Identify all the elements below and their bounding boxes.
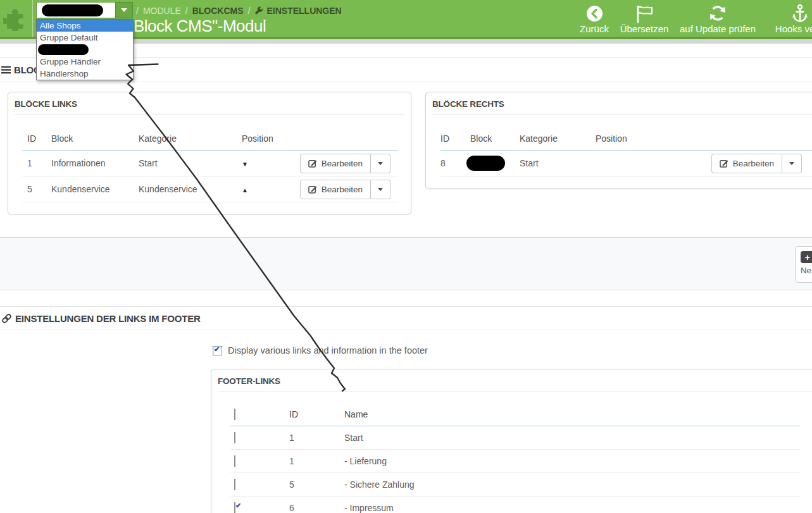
new-block-button[interactable]: + Ne	[795, 246, 812, 283]
shop-option[interactable]: Gruppe Default	[37, 32, 133, 44]
footer-links-title: FOOTER-LINKS	[218, 376, 812, 386]
shop-option[interactable]: Gruppe Händler	[37, 56, 133, 68]
flag-icon	[615, 4, 673, 23]
shop-option[interactable]	[37, 44, 133, 56]
blockcms-settings-page: { "brand": { "header_green": "#7abb4f", …	[0, 0, 812, 513]
display-footer-links-setting: Display various links and information in…	[213, 345, 428, 355]
manage-hooks-button-label: Hooks verw	[762, 23, 812, 34]
table-row: 1 Start	[230, 426, 800, 450]
breadcrumb-separator: /	[185, 6, 188, 16]
breadcrumb-module[interactable]: MODULE	[143, 6, 181, 16]
cell-id: 5	[22, 184, 51, 194]
edit-button-label: Bearbeiten	[322, 185, 363, 194]
edit-dropdown-toggle[interactable]	[371, 154, 390, 173]
blocks-right-panel: BLÖCKE RECHTS ID Block Kategorie Positio…	[425, 92, 812, 189]
column-header-position: Position	[227, 133, 287, 144]
table-header-row: ID Block Kategorie Position	[22, 127, 398, 151]
cell-block: Kundenservice	[51, 184, 139, 194]
edit-button[interactable]: Bearbeiten	[300, 154, 371, 173]
shop-option[interactable]: Händlershop	[37, 68, 133, 80]
row-checkbox[interactable]	[234, 502, 235, 513]
table-header-row: ID Block Kategorie Position	[440, 127, 812, 151]
column-header-block: Block	[51, 133, 139, 144]
footer-links-table: ID Name 1 Start 1 - Lieferung	[230, 402, 800, 513]
breadcrumb-blockcms[interactable]: BLOCKCMS	[192, 6, 244, 16]
list-icon	[1, 66, 11, 74]
column-header-kategorie: Kategorie	[139, 133, 227, 144]
table-row: 1 Informationen Start ▼ Bearbeiten	[22, 151, 398, 176]
shop-option-label: Händlershop	[40, 69, 89, 78]
blocks-right-rows: 8 Start Bearbeiten	[440, 151, 812, 176]
cell-kategorie: Start	[520, 158, 596, 168]
pencil-icon	[720, 159, 728, 168]
blocks-left-title: BLÖCKE LINKS	[15, 99, 411, 109]
blocks-left-rows: 1 Informationen Start ▼ Bearbeiten	[22, 151, 398, 202]
refresh-icon	[676, 4, 759, 23]
back-icon	[571, 4, 618, 23]
row-checkbox[interactable]	[234, 455, 235, 467]
position-sort-arrow[interactable]: ▼	[227, 158, 287, 168]
shop-selector-menu: Alle Shops Gruppe Default Gruppe Händler…	[36, 19, 134, 80]
table-header-row: ID Name	[230, 402, 800, 426]
column-header-id: ID	[289, 409, 344, 419]
breadcrumb-separator: /	[248, 6, 251, 16]
edit-button-group: Bearbeiten	[300, 154, 390, 173]
column-header-position: Position	[596, 133, 659, 144]
panel-divider	[15, 114, 404, 115]
display-footer-links-checkbox[interactable]	[213, 346, 222, 355]
caret-down-icon[interactable]	[115, 3, 132, 18]
table-row: 5 Kundenservice Kundenservice ▲ Bearbeit…	[22, 176, 398, 202]
blocks-left-table: ID Block Kategorie Position 1 Informatio…	[22, 127, 398, 202]
cell-id: 1	[289, 433, 344, 443]
module-tile	[0, 0, 33, 37]
edit-dropdown-toggle[interactable]	[782, 154, 802, 173]
plus-icon: +	[801, 251, 812, 263]
cell-name: - Impressum	[344, 503, 800, 513]
breadcrumb-settings[interactable]: EINSTELLUNGEN	[254, 6, 341, 16]
select-all-checkbox[interactable]	[234, 409, 235, 420]
new-block-button-label: Ne	[801, 266, 812, 275]
row-checkbox[interactable]	[234, 479, 235, 490]
cell-id: 5	[289, 479, 344, 490]
blocks-left-panel: BLÖCKE LINKS ID Block Kategorie Position…	[8, 92, 411, 214]
cell-kategorie: Kundenservice	[139, 184, 227, 194]
anchor-icon	[762, 4, 812, 23]
manage-hooks-button[interactable]: Hooks verw	[762, 4, 812, 34]
translate-button[interactable]: Übersetzen	[615, 4, 673, 34]
column-header-id: ID	[440, 133, 470, 144]
edit-dropdown-toggle[interactable]	[371, 180, 390, 199]
caret-down-icon	[378, 162, 383, 165]
table-row: 6 - Impressum	[230, 497, 800, 513]
edit-button[interactable]: Bearbeiten	[711, 154, 782, 173]
column-header-name: Name	[344, 409, 800, 419]
caret-down-icon	[789, 162, 794, 165]
redaction-blob	[466, 156, 505, 171]
edit-button[interactable]: Bearbeiten	[300, 180, 371, 199]
shop-option-label: Alle Shops	[40, 21, 81, 30]
breadcrumb: / MODULE / BLOCKCMS / EINSTELLUNGEN	[136, 6, 342, 16]
pencil-icon	[308, 185, 317, 194]
caret-down-icon	[378, 188, 383, 191]
breadcrumb-separator: /	[136, 6, 139, 16]
panel-divider	[432, 114, 812, 115]
wrench-icon	[254, 6, 263, 15]
display-footer-links-label: Display various links and information in…	[228, 345, 428, 355]
position-sort-arrow[interactable]: ▲	[227, 184, 287, 194]
link-icon	[1, 313, 12, 324]
footer-links-rows: 1 Start 1 - Lieferung 5 - Sichere Zahlun…	[230, 426, 800, 513]
puzzle-icon	[3, 6, 30, 31]
panel-divider	[218, 392, 812, 392]
shop-option[interactable]: Alle Shops	[37, 20, 133, 32]
edit-button-group: Bearbeiten	[711, 154, 802, 173]
translate-button-label: Übersetzen	[615, 23, 673, 34]
shop-selector[interactable]	[36, 2, 133, 18]
cell-name: Start	[344, 433, 800, 443]
check-update-button[interactable]: auf Update prüfen	[676, 4, 759, 34]
cell-id: 1	[22, 158, 51, 168]
cell-id: 1	[289, 456, 344, 466]
cell-block: Informationen	[51, 158, 139, 168]
table-row: 8 Start Bearbeiten	[440, 151, 812, 176]
row-checkbox[interactable]	[234, 432, 235, 443]
back-button[interactable]: Zurück	[571, 4, 618, 34]
cell-kategorie: Start	[139, 158, 227, 168]
